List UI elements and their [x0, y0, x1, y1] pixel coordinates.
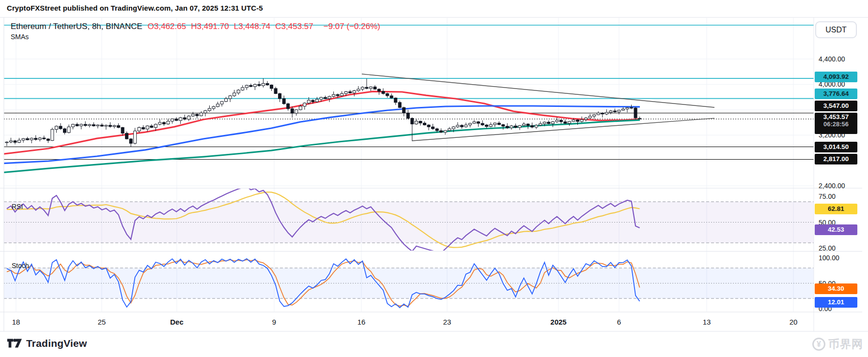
time-axis-label: Dec — [170, 318, 184, 326]
price-axis-label: 4,400.00 — [819, 55, 845, 63]
trendline — [362, 74, 714, 107]
time-axis-label: 20 — [790, 318, 798, 326]
price-level-badge: 3,547.00 — [815, 101, 857, 111]
smas-indicator-label[interactable]: SMAs — [11, 33, 29, 41]
price-axis-label: 2,400.00 — [819, 182, 845, 190]
price-level-badge: 3,776.64 — [815, 89, 857, 99]
watermark-coin-icon: ¥ — [812, 338, 825, 351]
tradingview-logo[interactable]: TradingView — [7, 338, 87, 349]
price-level-badge: 4,093.92 — [815, 72, 857, 82]
rsi-axis-label: 25.00 — [819, 244, 836, 252]
rsi-value-badge: 62.81 — [815, 204, 857, 214]
sma-green-line — [0, 120, 640, 173]
time-axis-label: 6 — [617, 318, 621, 326]
ohlc-h-value: H3,491.70 — [191, 22, 229, 31]
chart-canvas — [0, 0, 868, 357]
rsi-axis-label: 75.00 — [819, 193, 836, 200]
time-axis-label: 23 — [443, 318, 451, 326]
tradingview-logo-text: TradingView — [26, 338, 87, 349]
stoch-pane-layer — [4, 259, 814, 308]
chart-area[interactable]: Ethereum / TetherUS, 8h, BINANCE O3,462.… — [0, 17, 868, 332]
rsi-indicator-label[interactable]: RSI — [12, 203, 23, 210]
time-axis-label: 13 — [703, 318, 711, 326]
time-axis-label: 16 — [357, 318, 366, 326]
price-axis[interactable]: USDT 4,400.004,000.003,200.002,400.0075.… — [814, 17, 868, 332]
price-level-badge: 3,014.50 — [815, 142, 857, 152]
time-axis-label: 18 — [12, 318, 20, 326]
bar-countdown: 06:28:56 — [815, 120, 857, 128]
stoch-indicator-label[interactable]: Stoch — [12, 262, 29, 269]
candles-layer — [5, 78, 641, 147]
currency-toggle-button[interactable]: USDT — [815, 21, 857, 38]
price-level-badge: 2,817.00 — [815, 154, 857, 164]
time-axis-label: 9 — [272, 318, 276, 326]
rsi-value-badge: 42.53 — [815, 224, 857, 235]
tradingview-snapshot: CryptoFXStreet published on TradingView.… — [0, 0, 868, 357]
rsi-pane-layer — [4, 187, 814, 253]
stoch-value-badge: 12.01 — [815, 297, 857, 308]
symbol-title[interactable]: Ethereum / TetherUS, 8h, BINANCE — [11, 22, 142, 31]
time-axis-label: 25 — [98, 318, 106, 326]
time-axis-label: 2025 — [550, 318, 566, 326]
watermark-text: 币界网 — [828, 337, 863, 352]
tradingview-logo-icon — [7, 338, 22, 349]
ohlc-c-value: C3,453.57 — [275, 22, 313, 31]
site-watermark: ¥ 币界网 — [812, 337, 863, 352]
current-price-badge: 3,453.5706:28:56 — [815, 113, 857, 134]
stoch-value-badge: 34.30 — [815, 283, 857, 294]
change-value: −9.07 (−0.26%) — [324, 22, 380, 31]
symbol-title-row: Ethereum / TetherUS, 8h, BINANCE O3,462.… — [11, 22, 380, 31]
trendline — [412, 118, 714, 141]
footer: TradingView ¥ 币界网 — [0, 333, 868, 357]
stoch-axis-label: 100.00 — [819, 254, 839, 262]
ohlc-o-value: O3,462.65 — [148, 22, 186, 31]
ohlc-values: O3,462.65H3,491.70L3,448.74C3,453.57 — [148, 22, 318, 31]
ohlc-l-value: L3,448.74 — [234, 22, 271, 31]
grid-layer — [4, 18, 814, 312]
time-axis[interactable]: 1825Dec91623202561320 — [0, 312, 814, 331]
